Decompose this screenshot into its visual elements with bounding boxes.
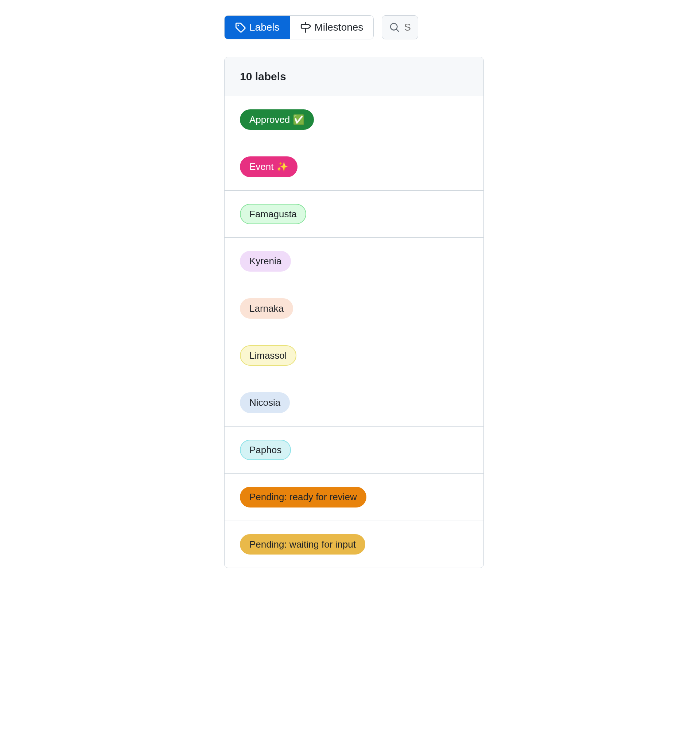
tab-milestones[interactable]: Milestones	[290, 16, 374, 39]
tag-icon	[235, 22, 246, 33]
label-row: Kyrenia	[225, 238, 484, 285]
milestone-icon	[300, 22, 311, 33]
tab-milestones-text: Milestones	[315, 22, 363, 33]
label-pill[interactable]: Pending: ready for review	[240, 487, 366, 507]
label-pill[interactable]: Pending: waiting for input	[240, 534, 365, 554]
label-row: Pending: ready for review	[225, 473, 484, 520]
tab-labels[interactable]: Labels	[225, 16, 290, 39]
label-row: Event ✨	[225, 143, 484, 190]
label-pill[interactable]: Approved ✅	[240, 109, 314, 130]
label-row: Paphos	[225, 426, 484, 473]
label-row: Famagusta	[225, 191, 484, 238]
label-pill[interactable]: Kyrenia	[240, 251, 291, 271]
label-pill[interactable]: Famagusta	[240, 204, 306, 224]
tab-group: Labels Milestones	[224, 15, 374, 40]
label-row: Nicosia	[225, 379, 484, 426]
label-row: Larnaka	[225, 285, 484, 332]
labels-panel: 10 labels Approved ✅Event ✨FamagustaKyre…	[224, 57, 484, 568]
toolbar: Labels Milestones	[224, 15, 485, 40]
label-pill[interactable]: Paphos	[240, 440, 291, 460]
label-row: Pending: waiting for input	[225, 521, 484, 567]
label-pill[interactable]: Limassol	[240, 345, 296, 366]
page-container: Labels Milestones 10 labels Approved ✅Ev…	[0, 0, 485, 568]
search-icon	[390, 22, 400, 32]
search-wrap[interactable]	[382, 15, 418, 40]
tab-labels-text: Labels	[249, 22, 279, 33]
search-input[interactable]	[404, 22, 418, 33]
label-row: Approved ✅	[225, 96, 484, 143]
label-row: Limassol	[225, 332, 484, 379]
labels-count-header: 10 labels	[225, 57, 484, 96]
label-pill[interactable]: Event ✨	[240, 156, 297, 177]
label-pill[interactable]: Larnaka	[240, 298, 293, 319]
label-list: Approved ✅Event ✨FamagustaKyreniaLarnaka…	[225, 96, 484, 567]
label-pill[interactable]: Nicosia	[240, 392, 290, 413]
